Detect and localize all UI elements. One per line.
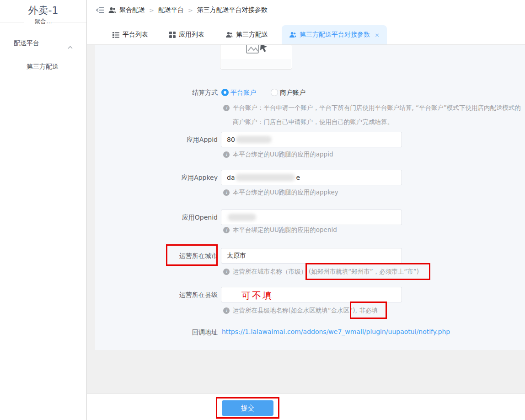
close-icon[interactable]: × (375, 32, 380, 38)
city-input[interactable]: 太原市 (221, 248, 402, 264)
appkey-value-suffix: e (296, 174, 300, 181)
info-icon (223, 269, 230, 275)
radio-merchant-account[interactable] (271, 89, 278, 96)
settle-mode-label: 结算方式 (126, 85, 218, 100)
redaction-blur (228, 214, 256, 221)
team-icon (289, 32, 296, 38)
breadcrumb-item[interactable]: 聚合配送 (119, 6, 145, 14)
site-subtitle: 聚合... (0, 17, 86, 26)
radio-platform-account[interactable] (221, 89, 229, 96)
info-icon (223, 189, 230, 196)
breadcrumb-item[interactable]: 第三方配送平台对接参数 (197, 6, 268, 14)
tab-platform-list[interactable]: 平台列表 (105, 25, 155, 44)
breadcrumb-separator: > (188, 7, 193, 14)
collapse-sidebar-icon[interactable] (96, 6, 105, 14)
grid-icon (169, 32, 176, 38)
team-icon (225, 32, 233, 38)
appkey-label: 应用Appkey (126, 170, 218, 185)
city-value: 太原市 (227, 252, 246, 260)
openid-hint: 本平台绑定的UU跑腿的应用的openid (223, 226, 337, 234)
divider (0, 22, 24, 22)
radio-merchant-account-label[interactable]: 商户账户 (280, 88, 305, 97)
breadcrumb: 聚合配送 > 配送平台 > 第三方配送平台对接参数 (87, 0, 525, 20)
info-icon (223, 151, 230, 158)
breadcrumb-item[interactable]: 配送平台 (158, 6, 184, 14)
redaction-blur (236, 136, 272, 143)
form-panel: 结算方式 平台账户 商户账户 平台账户：平台申请一个账户，平台下所有门店使用平台… (95, 45, 525, 350)
sidebar: 外卖-1 聚合... 配送平台 第三方配送 (0, 0, 87, 420)
tab-label: 平台列表 (123, 31, 148, 39)
city-hint: 运营所在城市名称（市级） (如郑州市就填“郑州市”，必须带上“市”) (223, 268, 419, 276)
submit-button[interactable]: 提交 (222, 400, 273, 416)
breadcrumb-separator: > (149, 7, 154, 14)
menu-group-label: 配送平台 (14, 39, 39, 47)
image-placeholder-icon (246, 45, 269, 58)
upload-footer (221, 59, 291, 69)
info-icon (223, 307, 230, 314)
tab-bar: 平台列表 应用列表 第三方配送 第三方配送平台对接参数 × (87, 20, 525, 45)
tab-third-party-delivery[interactable]: 第三方配送 (218, 25, 275, 44)
radio-platform-account-label[interactable]: 平台账户 (230, 88, 256, 97)
tab-app-list[interactable]: 应用列表 (162, 25, 212, 44)
appkey-input[interactable]: da e (221, 170, 402, 185)
footer-bar: 提交 (87, 393, 525, 420)
appid-label: 应用Appid (126, 132, 218, 147)
county-label: 运营所在县级 (126, 287, 218, 302)
callback-label: 回调地址 (126, 328, 218, 337)
list-icon (112, 32, 119, 38)
settle-hint-line2: 商户账户：门店自己申请账户，使用自己的账户完成结算。 (233, 118, 393, 126)
callback-url-link[interactable]: https://1.lalawaimai.com/addons/we7_wmal… (222, 328, 450, 335)
divider (52, 22, 86, 22)
openid-label: 应用Openid (126, 210, 218, 225)
openid-input[interactable] (221, 210, 402, 225)
sidebar-item-third-party-delivery[interactable]: 第三方配送 (27, 63, 59, 71)
tab-label: 第三方配送平台对接参数 (300, 31, 370, 39)
app-root: 外卖-1 聚合... 配送平台 第三方配送 聚合配送 > 配送平台 > 第三方配… (0, 0, 525, 420)
city-hint-boxed: (如郑州市就填“郑州市”，必须带上“市”) (309, 268, 419, 276)
team-icon (108, 7, 116, 14)
county-hint-boxed: 非必填 (359, 307, 378, 315)
logo-upload-box[interactable] (220, 45, 292, 70)
appid-value: 80 (227, 136, 235, 143)
info-icon (223, 105, 230, 111)
redaction-blur (236, 174, 295, 181)
site-title: 外卖-1 (0, 4, 86, 17)
annotation-text-optional: 可不填 (241, 290, 273, 302)
content-area: 结算方式 平台账户 商户账户 平台账户：平台申请一个账户，平台下所有门店使用平台… (87, 45, 525, 420)
appkey-hint: 本平台绑定的UU跑腿的应用的appkey (223, 188, 338, 197)
info-icon (223, 227, 230, 233)
main-area: 聚合配送 > 配送平台 > 第三方配送平台对接参数 平台列表 应用列表 (87, 0, 525, 420)
tab-third-party-params[interactable]: 第三方配送平台对接参数 × (282, 25, 387, 44)
settle-hint-line1: 平台账户：平台申请一个账户，平台下所有门店使用平台账户结算, “平台账户”模式下… (223, 104, 521, 112)
tab-label: 应用列表 (179, 31, 204, 39)
appid-input[interactable]: 80 (221, 132, 402, 147)
appid-hint: 本平台绑定的UU跑腿的应用的appid (223, 151, 333, 159)
county-hint: 运营所在县级地名称(如金水区就填“金水区”), 非必填 (223, 307, 378, 315)
tab-label: 第三方配送 (236, 31, 268, 39)
chevron-up-icon[interactable] (68, 42, 73, 51)
city-label: 运营所在城市 (126, 248, 218, 264)
appkey-value: da (227, 174, 235, 181)
